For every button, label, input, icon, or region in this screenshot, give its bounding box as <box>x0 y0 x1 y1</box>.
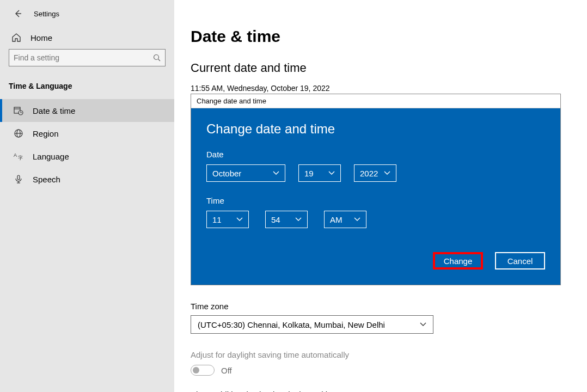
chevron-down-icon <box>273 171 279 175</box>
back-arrow-icon <box>14 9 22 18</box>
svg-line-2 <box>158 59 161 62</box>
sidebar: Settings Home Time & Language Date & tim… <box>0 0 174 392</box>
chevron-down-icon <box>384 171 390 175</box>
change-button[interactable]: Change <box>433 252 483 270</box>
timezone-label: Time zone <box>191 302 571 311</box>
toggle-knob <box>193 367 199 373</box>
chevron-down-icon <box>236 217 243 222</box>
sub-title: Current date and time <box>191 61 571 75</box>
dst-toggle-row: Off <box>191 365 571 376</box>
cancel-button[interactable]: Cancel <box>495 252 545 270</box>
home-icon <box>11 33 22 42</box>
time-row: 11 54 AM <box>206 211 545 228</box>
chevron-down-icon <box>295 217 302 222</box>
dst-state: Off <box>221 366 232 375</box>
ampm-value: AM <box>330 215 343 224</box>
chevron-down-icon <box>354 217 360 222</box>
calendar-clock-icon <box>13 106 24 115</box>
search-wrap <box>0 49 174 77</box>
lower-section: Time zone (UTC+05:30) Chennai, Kolkata, … <box>191 302 571 392</box>
hour-value: 11 <box>212 215 222 224</box>
chevron-down-icon <box>420 322 426 327</box>
time-label: Time <box>206 196 545 205</box>
dialog-body: Change date and time Date October 19 202… <box>191 108 560 285</box>
day-dropdown[interactable]: 19 <box>298 164 341 182</box>
cancel-button-label: Cancel <box>507 256 533 266</box>
home-link[interactable]: Home <box>0 28 174 49</box>
change-button-label: Change <box>444 256 473 266</box>
microphone-icon <box>13 174 24 184</box>
dialog-buttons: Change Cancel <box>206 252 545 270</box>
svg-text:A: A <box>14 152 17 158</box>
dst-label: Adjust for daylight saving time automati… <box>191 350 571 359</box>
svg-text:字: 字 <box>18 155 23 161</box>
additional-calendars-label: Show additional calendars in the taskbar <box>191 390 571 392</box>
change-date-time-dialog: Change date and time Change date and tim… <box>191 94 561 285</box>
back-button[interactable] <box>13 9 23 19</box>
timezone-value: (UTC+05:30) Chennai, Kolkata, Mumbai, Ne… <box>198 320 385 329</box>
header-row: Settings <box>0 5 174 28</box>
page-title: Date & time <box>191 27 571 46</box>
sidebar-item-speech[interactable]: Speech <box>0 168 174 191</box>
main-content: Date & time Current date and time 11:55 … <box>174 0 587 392</box>
sidebar-item-label: Speech <box>33 175 60 184</box>
sidebar-item-label: Date & time <box>33 106 75 115</box>
sidebar-item-region[interactable]: Region <box>0 122 174 145</box>
sidebar-item-language[interactable]: A字 Language <box>0 145 174 168</box>
date-label: Date <box>206 150 545 159</box>
search-box[interactable] <box>9 49 166 66</box>
date-row: October 19 2022 <box>206 164 545 182</box>
dst-toggle[interactable] <box>191 365 215 376</box>
month-dropdown[interactable]: October <box>206 164 285 182</box>
hour-dropdown[interactable]: 11 <box>206 211 249 228</box>
minute-value: 54 <box>271 215 280 224</box>
language-icon: A字 <box>13 151 24 161</box>
dialog-titlebar: Change date and time <box>191 94 560 108</box>
search-input[interactable] <box>14 53 153 62</box>
search-icon <box>153 54 161 62</box>
svg-point-1 <box>154 55 159 60</box>
year-value: 2022 <box>360 169 378 178</box>
sidebar-item-label: Language <box>33 152 69 161</box>
sidebar-item-date-time[interactable]: Date & time <box>0 99 174 122</box>
minute-dropdown[interactable]: 54 <box>265 211 308 228</box>
current-datetime: 11:55 AM, Wednesday, October 19, 2022 <box>191 84 571 93</box>
section-title: Time & Language <box>0 77 174 99</box>
home-label: Home <box>30 33 52 42</box>
year-dropdown[interactable]: 2022 <box>354 164 396 182</box>
timezone-dropdown[interactable]: (UTC+05:30) Chennai, Kolkata, Mumbai, Ne… <box>191 315 433 334</box>
day-value: 19 <box>304 169 314 178</box>
dialog-heading: Change date and time <box>206 121 545 137</box>
chevron-down-icon <box>328 171 335 175</box>
month-value: October <box>212 169 241 178</box>
sidebar-item-label: Region <box>33 129 59 138</box>
ampm-dropdown[interactable]: AM <box>324 211 366 228</box>
svg-rect-13 <box>17 175 20 180</box>
settings-label: Settings <box>34 10 59 18</box>
globe-icon <box>13 128 24 138</box>
